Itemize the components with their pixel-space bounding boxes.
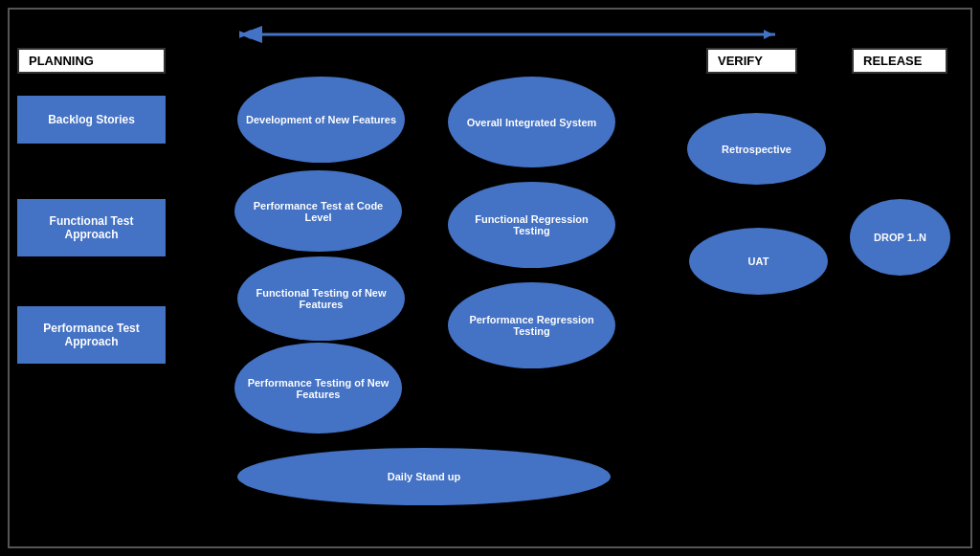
- uat-label: UAT: [748, 256, 769, 267]
- functional-regression-testing-ellipse: Functional Regression Testing: [448, 182, 615, 268]
- performance-test-approach-label: Performance Test Approach: [22, 322, 161, 348]
- performance-testing-new-features-label: Performance Testing of New Features: [242, 377, 394, 400]
- functional-test-approach-box: Functional Test Approach: [17, 199, 166, 256]
- development-new-features-label: Development of New Features: [246, 114, 396, 125]
- retrospective-ellipse: Retrospective: [687, 113, 826, 185]
- functional-testing-new-features-label: Functional Testing of New Features: [245, 287, 397, 310]
- functional-test-approach-label: Functional Test Approach: [22, 214, 161, 241]
- overall-integrated-system-label: Overall Integrated System: [467, 117, 597, 128]
- daily-standup-label: Daily Stand up: [388, 471, 460, 482]
- performance-regression-testing-label: Performance Regression Testing: [456, 314, 608, 337]
- sprint-label: Sprint 1..N: [506, 8, 568, 22]
- backlog-stories-box: Backlog Stories: [17, 96, 166, 144]
- backlog-stories-label: Backlog Stories: [48, 113, 135, 126]
- uat-ellipse: UAT: [689, 228, 828, 295]
- drop-1n-label: DROP 1..N: [874, 232, 926, 243]
- sprint-header: Sprint 1..N: [239, 8, 836, 45]
- performance-test-code-level-label: Performance Test at Code Level: [242, 200, 394, 223]
- functional-regression-testing-label: Functional Regression Testing: [456, 213, 608, 236]
- drop-1n-ellipse: DROP 1..N: [850, 199, 950, 276]
- overall-integrated-system-ellipse: Overall Integrated System: [448, 77, 615, 167]
- planning-header: PLANNING: [17, 48, 166, 74]
- release-header: RELEASE: [852, 48, 947, 74]
- svg-marker-2: [241, 30, 251, 39]
- development-new-features-ellipse: Development of New Features: [237, 77, 405, 163]
- svg-marker-3: [764, 30, 773, 39]
- retrospective-label: Retrospective: [722, 144, 791, 155]
- performance-testing-new-features-ellipse: Performance Testing of New Features: [234, 343, 402, 434]
- performance-test-code-level-ellipse: Performance Test at Code Level: [234, 170, 402, 252]
- verify-header: VERIFY: [706, 48, 797, 74]
- performance-regression-testing-ellipse: Performance Regression Testing: [448, 282, 615, 368]
- sprint-arrow: [239, 24, 836, 45]
- daily-standup-ellipse: Daily Stand up: [237, 448, 611, 505]
- performance-test-approach-box: Performance Test Approach: [17, 306, 166, 364]
- functional-testing-new-features-ellipse: Functional Testing of New Features: [237, 256, 405, 341]
